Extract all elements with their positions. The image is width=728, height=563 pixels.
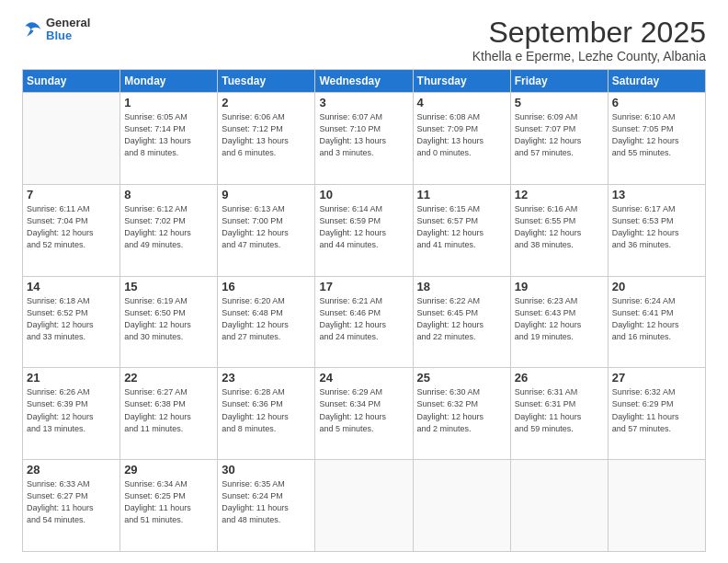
calendar-cell [608, 460, 705, 552]
day-detail: Sunrise: 6:17 AM Sunset: 6:53 PM Dayligh… [612, 203, 701, 251]
calendar-cell: 30Sunrise: 6:35 AM Sunset: 6:24 PM Dayli… [218, 460, 315, 552]
calendar-cell: 26Sunrise: 6:31 AM Sunset: 6:31 PM Dayli… [510, 368, 608, 460]
calendar-cell [510, 460, 608, 552]
calendar-cell: 19Sunrise: 6:23 AM Sunset: 6:43 PM Dayli… [510, 276, 608, 368]
calendar-cell: 15Sunrise: 6:19 AM Sunset: 6:50 PM Dayli… [120, 276, 218, 368]
calendar-cell: 2Sunrise: 6:06 AM Sunset: 7:12 PM Daylig… [218, 93, 315, 185]
calendar-cell: 13Sunrise: 6:17 AM Sunset: 6:53 PM Dayli… [608, 184, 705, 276]
day-detail: Sunrise: 6:24 AM Sunset: 6:41 PM Dayligh… [612, 295, 701, 343]
calendar-cell: 5Sunrise: 6:09 AM Sunset: 7:07 PM Daylig… [510, 93, 608, 185]
day-detail: Sunrise: 6:18 AM Sunset: 6:52 PM Dayligh… [27, 295, 116, 343]
day-detail: Sunrise: 6:32 AM Sunset: 6:29 PM Dayligh… [612, 386, 701, 434]
day-number: 7 [27, 188, 116, 201]
weekday-header: Thursday [413, 70, 510, 93]
day-number: 14 [27, 280, 116, 293]
day-number: 16 [222, 280, 311, 293]
calendar-cell: 4Sunrise: 6:08 AM Sunset: 7:09 PM Daylig… [413, 93, 510, 185]
calendar-week-row: 1Sunrise: 6:05 AM Sunset: 7:14 PM Daylig… [23, 93, 706, 185]
day-detail: Sunrise: 6:10 AM Sunset: 7:05 PM Dayligh… [612, 111, 701, 159]
calendar-header-row: SundayMondayTuesdayWednesdayThursdayFrid… [23, 70, 706, 93]
day-detail: Sunrise: 6:28 AM Sunset: 6:36 PM Dayligh… [222, 386, 311, 434]
calendar-cell: 23Sunrise: 6:28 AM Sunset: 6:36 PM Dayli… [218, 368, 315, 460]
day-number: 27 [612, 371, 701, 385]
month-title: September 2025 [472, 17, 706, 49]
calendar-cell: 11Sunrise: 6:15 AM Sunset: 6:57 PM Dayli… [413, 184, 510, 276]
weekday-header: Monday [120, 70, 218, 93]
logo-blue: Blue [46, 29, 90, 42]
calendar-cell: 9Sunrise: 6:13 AM Sunset: 7:00 PM Daylig… [218, 184, 315, 276]
header: General Blue September 2025 Kthella e Ep… [22, 17, 706, 63]
day-number: 23 [222, 371, 311, 385]
calendar-cell: 14Sunrise: 6:18 AM Sunset: 6:52 PM Dayli… [23, 276, 120, 368]
logo: General Blue [22, 17, 90, 43]
calendar-cell: 17Sunrise: 6:21 AM Sunset: 6:46 PM Dayli… [315, 276, 413, 368]
day-number: 12 [515, 188, 604, 201]
calendar-week-row: 7Sunrise: 6:11 AM Sunset: 7:04 PM Daylig… [23, 184, 706, 276]
calendar-cell [413, 460, 510, 552]
day-number: 29 [124, 463, 213, 477]
day-detail: Sunrise: 6:21 AM Sunset: 6:46 PM Dayligh… [319, 295, 408, 343]
day-detail: Sunrise: 6:31 AM Sunset: 6:31 PM Dayligh… [515, 386, 604, 434]
day-detail: Sunrise: 6:26 AM Sunset: 6:39 PM Dayligh… [27, 386, 116, 434]
calendar-week-row: 28Sunrise: 6:33 AM Sunset: 6:27 PM Dayli… [23, 460, 706, 552]
day-number: 2 [222, 96, 311, 109]
calendar-cell: 22Sunrise: 6:27 AM Sunset: 6:38 PM Dayli… [120, 368, 218, 460]
calendar-cell: 8Sunrise: 6:12 AM Sunset: 7:02 PM Daylig… [120, 184, 218, 276]
day-detail: Sunrise: 6:35 AM Sunset: 6:24 PM Dayligh… [222, 478, 311, 526]
calendar-cell: 28Sunrise: 6:33 AM Sunset: 6:27 PM Dayli… [23, 460, 120, 552]
day-detail: Sunrise: 6:09 AM Sunset: 7:07 PM Dayligh… [515, 111, 604, 159]
day-detail: Sunrise: 6:16 AM Sunset: 6:55 PM Dayligh… [515, 203, 604, 251]
calendar-cell: 1Sunrise: 6:05 AM Sunset: 7:14 PM Daylig… [120, 93, 218, 185]
calendar-cell: 16Sunrise: 6:20 AM Sunset: 6:48 PM Dayli… [218, 276, 315, 368]
day-number: 3 [319, 96, 408, 109]
day-detail: Sunrise: 6:29 AM Sunset: 6:34 PM Dayligh… [319, 386, 408, 434]
day-number: 15 [124, 280, 213, 293]
calendar-week-row: 21Sunrise: 6:26 AM Sunset: 6:39 PM Dayli… [23, 368, 706, 460]
day-number: 9 [222, 188, 311, 201]
calendar-table: SundayMondayTuesdayWednesdayThursdayFrid… [22, 69, 706, 552]
day-detail: Sunrise: 6:22 AM Sunset: 6:45 PM Dayligh… [417, 295, 506, 343]
day-number: 24 [319, 371, 408, 385]
calendar-cell: 20Sunrise: 6:24 AM Sunset: 6:41 PM Dayli… [608, 276, 705, 368]
day-detail: Sunrise: 6:34 AM Sunset: 6:25 PM Dayligh… [124, 478, 213, 526]
calendar-cell: 18Sunrise: 6:22 AM Sunset: 6:45 PM Dayli… [413, 276, 510, 368]
day-number: 6 [612, 96, 701, 109]
page: General Blue September 2025 Kthella e Ep… [0, 0, 728, 563]
day-number: 4 [417, 96, 506, 109]
calendar-cell: 24Sunrise: 6:29 AM Sunset: 6:34 PM Dayli… [315, 368, 413, 460]
calendar-cell: 29Sunrise: 6:34 AM Sunset: 6:25 PM Dayli… [120, 460, 218, 552]
day-detail: Sunrise: 6:27 AM Sunset: 6:38 PM Dayligh… [124, 386, 213, 434]
day-number: 1 [124, 96, 213, 109]
day-detail: Sunrise: 6:05 AM Sunset: 7:14 PM Dayligh… [124, 111, 213, 159]
logo-general: General [46, 17, 90, 29]
day-detail: Sunrise: 6:19 AM Sunset: 6:50 PM Dayligh… [124, 295, 213, 343]
day-detail: Sunrise: 6:13 AM Sunset: 7:00 PM Dayligh… [222, 203, 311, 251]
day-detail: Sunrise: 6:12 AM Sunset: 7:02 PM Dayligh… [124, 203, 213, 251]
weekday-header: Saturday [608, 70, 705, 93]
day-number: 22 [124, 371, 213, 385]
calendar-cell [23, 93, 120, 185]
calendar-cell: 7Sunrise: 6:11 AM Sunset: 7:04 PM Daylig… [23, 184, 120, 276]
weekday-header: Wednesday [315, 70, 413, 93]
weekday-header: Tuesday [218, 70, 315, 93]
calendar-cell: 25Sunrise: 6:30 AM Sunset: 6:32 PM Dayli… [413, 368, 510, 460]
day-detail: Sunrise: 6:23 AM Sunset: 6:43 PM Dayligh… [515, 295, 604, 343]
day-number: 25 [417, 371, 506, 385]
calendar-cell: 21Sunrise: 6:26 AM Sunset: 6:39 PM Dayli… [23, 368, 120, 460]
calendar-cell: 27Sunrise: 6:32 AM Sunset: 6:29 PM Dayli… [608, 368, 705, 460]
calendar-cell: 12Sunrise: 6:16 AM Sunset: 6:55 PM Dayli… [510, 184, 608, 276]
calendar-week-row: 14Sunrise: 6:18 AM Sunset: 6:52 PM Dayli… [23, 276, 706, 368]
day-number: 8 [124, 188, 213, 201]
day-number: 11 [417, 188, 506, 201]
day-detail: Sunrise: 6:14 AM Sunset: 6:59 PM Dayligh… [319, 203, 408, 251]
day-number: 5 [515, 96, 604, 109]
subtitle: Kthella e Eperme, Lezhe County, Albania [472, 49, 706, 63]
day-number: 20 [612, 280, 701, 293]
day-number: 10 [319, 188, 408, 201]
title-block: September 2025 Kthella e Eperme, Lezhe C… [472, 17, 706, 63]
day-detail: Sunrise: 6:33 AM Sunset: 6:27 PM Dayligh… [27, 478, 116, 526]
day-number: 19 [515, 280, 604, 293]
calendar-cell: 10Sunrise: 6:14 AM Sunset: 6:59 PM Dayli… [315, 184, 413, 276]
day-detail: Sunrise: 6:11 AM Sunset: 7:04 PM Dayligh… [27, 203, 116, 251]
calendar-cell: 3Sunrise: 6:07 AM Sunset: 7:10 PM Daylig… [315, 93, 413, 185]
